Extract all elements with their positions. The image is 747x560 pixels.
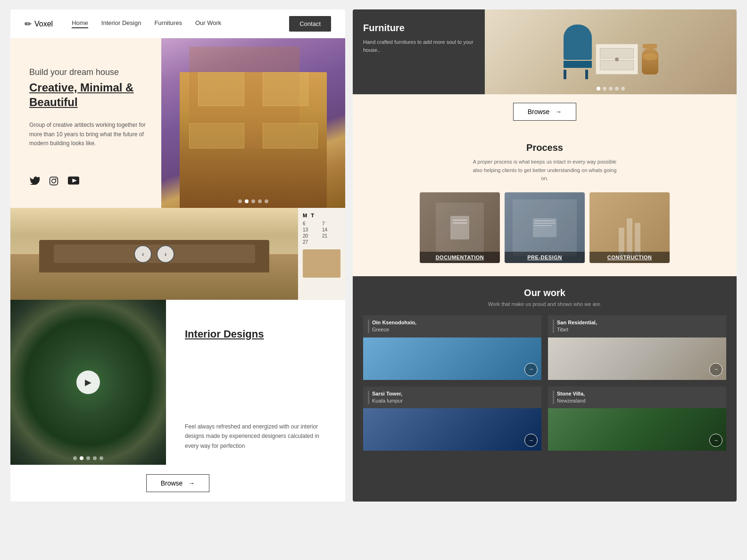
right-panel: Furniture Hand crafted furnitures to add… [353, 9, 737, 502]
process-card-construction: CONSTRUCTION [589, 192, 670, 263]
hero-description: Group of creative artitects working toge… [29, 121, 147, 148]
furn-dot-3[interactable] [609, 87, 613, 91]
tibet-bar [553, 320, 554, 333]
calendar-visual: M T 6 7 13 14 20 21 27 [298, 208, 345, 300]
newzealand-title-container: Stone Villa, Newzealand [557, 390, 586, 405]
svg-rect-0 [50, 177, 58, 185]
newzealand-header: Stone Villa, Newzealand [548, 387, 726, 409]
cal-num-21: 21 [322, 233, 340, 239]
furniture-title: Furniture [363, 23, 474, 33]
furn-dot-5[interactable] [621, 87, 625, 91]
nav-furnitures[interactable]: Furnitures [154, 19, 182, 28]
newzealand-title-line1: Stone Villa, [557, 390, 586, 397]
furniture-section: Furniture Hand crafted furnitures to add… [353, 9, 737, 94]
kuala-header: Sarsi Tower, Kuala lumpur [363, 387, 541, 409]
thumbnails-row: ‹ › M T 6 7 13 14 20 21 [10, 208, 345, 300]
video-dot-5[interactable] [100, 456, 103, 460]
interior-description: Feel always refreshed and energized with… [185, 422, 331, 451]
instagram-icon[interactable] [49, 176, 58, 188]
our-work-description: Work that make us proud and shows who we… [363, 301, 726, 307]
cal-numbers: 6 7 13 14 20 21 27 [303, 221, 340, 245]
browse-label: Browse [161, 479, 183, 487]
cal-month-m: M [303, 213, 307, 218]
contact-button[interactable]: Contact [289, 16, 331, 32]
newzealand-bar [553, 391, 554, 404]
tibet-placeholder [548, 338, 726, 380]
nav-links: Home Interior Design Furnitures Our Work [72, 19, 275, 28]
predesign-label: PRE-DESIGN [505, 252, 585, 263]
greece-bar [368, 320, 369, 333]
video-dot-2[interactable] [80, 456, 83, 460]
cal-num-6: 6 [303, 221, 321, 226]
furniture-browse-button[interactable]: Browse → [513, 103, 577, 121]
furn-dot-2[interactable] [603, 87, 606, 91]
kuala-title-line1: Sarsi Tower, [372, 390, 403, 397]
video-dot-1[interactable] [73, 456, 77, 460]
hero-text: Build your dream house Creative, Minimal… [10, 38, 161, 208]
process-description: A proper process is what keeps us intact… [469, 158, 620, 183]
cal-num-13: 13 [303, 227, 321, 232]
tibet-title-container: San Residential, Tibet [557, 319, 597, 334]
work-item-tibet: San Residential, Tibet → [548, 315, 726, 380]
logo-text: Voxel [34, 20, 53, 28]
prev-arrow[interactable]: ‹ [134, 245, 152, 263]
greece-arrow[interactable]: → [524, 363, 538, 376]
greece-placeholder [363, 338, 541, 380]
newzealand-placeholder [548, 408, 726, 451]
browse-button[interactable]: Browse → [146, 474, 210, 492]
carousel-dot-3[interactable] [251, 199, 255, 203]
newzealand-image: → [548, 408, 726, 451]
furniture-browse-arrow: → [555, 108, 562, 115]
left-panel: ✏ Voxel Home Interior Design Furnitures … [10, 9, 345, 502]
process-card-predesign: PRE-DESIGN [505, 192, 585, 263]
interior-designs-title: Interior Designs [185, 328, 331, 340]
nav-interior-design[interactable]: Interior Design [101, 19, 141, 28]
process-title: Process [362, 142, 727, 153]
nav-logo[interactable]: ✏ Voxel [25, 19, 53, 29]
svg-point-2 [55, 178, 57, 180]
kuala-title-container: Sarsi Tower, Kuala lumpur [372, 390, 403, 405]
youtube-icon[interactable] [68, 176, 79, 188]
play-button[interactable]: ▶ [76, 371, 100, 394]
next-arrow[interactable]: › [157, 245, 174, 263]
interior-text: Interior Designs Feel always refreshed a… [166, 300, 345, 465]
svg-point-1 [52, 179, 56, 183]
tibet-image: → [548, 338, 726, 380]
cal-num-27: 27 [303, 239, 321, 245]
cal-num-7: 7 [322, 221, 340, 226]
video-dot-4[interactable] [93, 456, 97, 460]
kuala-placeholder [363, 408, 541, 451]
our-work-section: Our work Work that make us proud and sho… [353, 276, 737, 502]
browse-arrow-icon: → [188, 479, 195, 487]
furn-dot-1[interactable] [597, 87, 600, 91]
bedroom-thumbnail: ‹ › [10, 208, 298, 300]
carousel-dot-1[interactable] [238, 199, 242, 203]
hero-carousel-dots [238, 199, 268, 203]
video-dots [73, 456, 103, 460]
furniture-dark-panel: Furniture Hand crafted furnitures to add… [353, 9, 485, 94]
tibet-header: San Residential, Tibet [548, 315, 726, 338]
furniture-description: Hand crafted furnitures to add more soul… [363, 38, 474, 54]
twitter-icon[interactable] [29, 176, 40, 188]
greece-header: Oin Ksenodohxio, Greece [363, 315, 541, 338]
carousel-dot-5[interactable] [265, 199, 268, 203]
furniture-browse-row: Browse → [353, 94, 737, 129]
greece-image: → [363, 338, 541, 380]
carousel-dot-2[interactable] [245, 199, 249, 203]
tibet-arrow[interactable]: → [709, 363, 722, 376]
work-grid: Oin Ksenodohxio, Greece → San Residentia… [363, 315, 726, 451]
documentation-label: DOCUMENTATION [420, 252, 500, 263]
greece-title-line1: Oin Ksenodohxio, [372, 319, 416, 326]
kuala-bar [368, 391, 369, 404]
video-dot-3[interactable] [86, 456, 90, 460]
hero-subtitle: Build your dream house [29, 67, 147, 77]
kuala-image: → [363, 408, 541, 451]
nav-home[interactable]: Home [72, 19, 88, 28]
work-item-newzealand: Stone Villa, Newzealand → [548, 387, 726, 451]
construction-label: CONSTRUCTION [589, 252, 670, 263]
carousel-dot-4[interactable] [258, 199, 262, 203]
furn-dot-4[interactable] [615, 87, 619, 91]
work-item-greece: Oin Ksenodohxio, Greece → [363, 315, 541, 380]
nav-our-work[interactable]: Our Work [195, 19, 221, 28]
navbar: ✏ Voxel Home Interior Design Furnitures … [10, 9, 345, 38]
